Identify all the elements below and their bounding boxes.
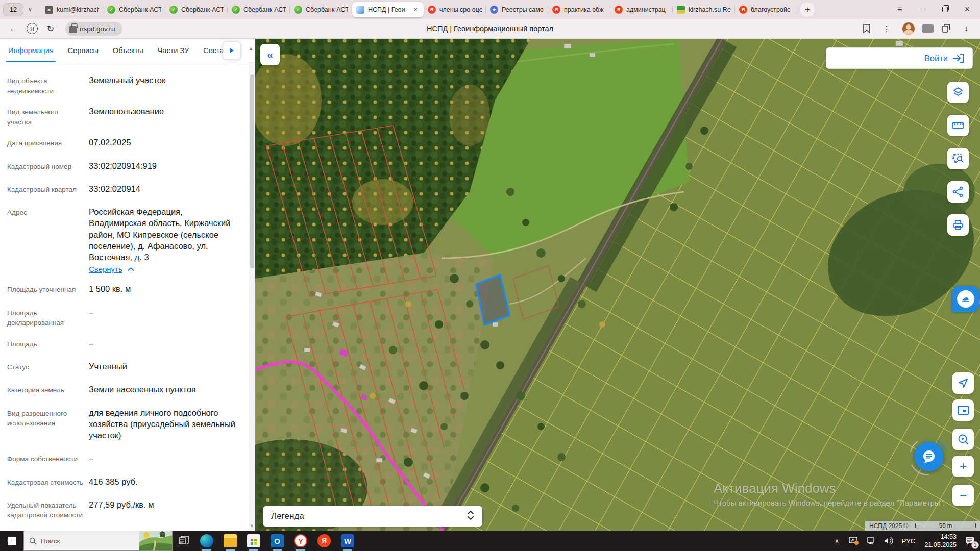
browser-tab[interactable]: администрац (610, 2, 673, 17)
scroll-down-arrow-icon[interactable] (250, 523, 254, 529)
page-title: НСПД | Геоинформационный портал (0, 24, 980, 33)
tray-chevron-up-icon[interactable] (829, 531, 844, 551)
browser-tab[interactable]: благоустройс (735, 2, 797, 17)
address-bar[interactable]: nspd.gov.ru (65, 22, 122, 36)
cast-status-icon[interactable] (846, 531, 862, 551)
window-controls (890, 3, 977, 17)
taskbar-app-button[interactable] (289, 531, 312, 551)
language-indicator[interactable]: РУС (898, 537, 918, 545)
reload-button[interactable] (42, 21, 59, 36)
tab-title: kirzhach.su Re (689, 6, 731, 13)
browser-tab[interactable]: Реестры само (486, 2, 548, 17)
url-text[interactable]: nspd.gov.ru (80, 25, 115, 33)
taskbar-app-button[interactable] (218, 531, 242, 551)
start-button[interactable] (0, 531, 23, 551)
task-view-button[interactable] (173, 531, 195, 551)
panel-tab[interactable]: Объекты (106, 39, 151, 62)
taskbar-app-button[interactable] (195, 531, 218, 551)
browser-tab[interactable]: Сбербанк-АСТ (290, 2, 352, 17)
panel-tab[interactable]: Информация (1, 39, 61, 62)
chevron-down-icon[interactable] (24, 3, 36, 16)
clock[interactable]: 14:53 21.05.2025 (920, 533, 961, 549)
panel-tab[interactable]: Части ЗУ (151, 39, 197, 62)
attribute-row: Форма собственности – (7, 453, 240, 466)
browser-tab[interactable]: Сбербанк-АСТ (103, 2, 165, 17)
yandex-home-icon[interactable] (27, 23, 38, 34)
attribute-value: Учтенный (89, 361, 240, 372)
tab-close-icon[interactable] (411, 6, 420, 14)
browser-tab[interactable]: Сбербанк-АСТ (228, 2, 290, 17)
windows-logo-icon (8, 537, 16, 545)
panel-collapse-button[interactable] (260, 44, 280, 65)
profile-avatar[interactable] (902, 22, 915, 35)
taskbar-app-button[interactable] (265, 531, 289, 551)
volume-icon[interactable] (881, 531, 896, 551)
browser-tab[interactable]: НСПД | Геои (352, 2, 424, 17)
navigation-arrow-icon (958, 378, 969, 389)
expand-collapse-icon[interactable] (467, 510, 474, 523)
minimize-button[interactable] (913, 3, 932, 17)
more-menu-icon[interactable] (878, 21, 895, 36)
collections-icon[interactable] (941, 24, 950, 33)
login-bar[interactable]: Войти (826, 47, 973, 69)
attribute-row: Удельный показатель кадастровой стоимост… (7, 499, 240, 520)
attribute-label: Площадь декларированная (7, 307, 89, 328)
search-by-area-icon (951, 152, 965, 165)
chat-assistant-button[interactable] (914, 442, 944, 471)
zoom-in-button[interactable]: + (952, 456, 974, 477)
attribute-value: Землепользование (89, 106, 240, 117)
close-button[interactable] (958, 3, 977, 17)
map-viewport[interactable]: Войти + − (255, 39, 980, 531)
bookmark-icon[interactable] (863, 24, 871, 33)
login-arrow-icon (953, 54, 964, 63)
restore-button[interactable] (935, 3, 954, 17)
area-search-button[interactable] (947, 148, 969, 169)
downloads-icon[interactable] (958, 21, 975, 36)
nspd-logo-button[interactable] (952, 286, 979, 312)
browser-tab[interactable]: Сбербанк-АСТ (165, 2, 228, 17)
print-button[interactable] (947, 214, 969, 236)
browser-tab[interactable]: члены сро оце (424, 2, 486, 17)
attribute-value: Земельный участок (89, 74, 240, 86)
legend-bar[interactable]: Легенда (263, 506, 482, 527)
taskbar-search-box[interactable]: Поиск (23, 531, 173, 551)
chevron-up-icon[interactable] (128, 267, 134, 271)
search-highlight-image[interactable] (139, 531, 172, 550)
scrollbar-thumb[interactable] (250, 74, 254, 268)
tabs-scroll-right-button[interactable] (223, 41, 241, 60)
app-icon (247, 534, 260, 547)
new-tab-button[interactable] (800, 3, 815, 17)
browser-tab[interactable]: kumi@kirzhach (41, 2, 103, 17)
attribute-label: Вид объекта недвижимости (7, 74, 89, 96)
measure-button[interactable] (947, 115, 969, 136)
zoom-out-button[interactable]: − (952, 485, 974, 506)
network-icon[interactable] (864, 531, 879, 551)
tab-count[interactable]: 12 (3, 3, 23, 16)
browser-menu-icon[interactable] (890, 3, 910, 17)
back-button[interactable] (5, 21, 22, 36)
tab-counter[interactable]: 12 (3, 3, 36, 16)
taskbar-app-button[interactable] (312, 531, 336, 551)
attribute-label: Удельный показатель кадастровой стоимост… (7, 499, 89, 520)
taskbar-app-button[interactable] (242, 531, 265, 551)
tab-favicon (107, 6, 115, 14)
panel-scrollbar[interactable] (249, 62, 255, 531)
browser-tab[interactable]: практика обж (548, 2, 610, 17)
scroll-up-arrow-icon[interactable] (249, 46, 253, 51)
tab-title: Сбербанк-АСТ (306, 6, 348, 13)
panel-tab-label: Информация (8, 46, 54, 55)
extension-icon[interactable] (922, 24, 934, 33)
notification-center-button[interactable]: 1 (963, 531, 978, 551)
overview-map-button[interactable] (952, 399, 974, 421)
panel-tab[interactable]: Сервисы (61, 39, 106, 62)
my-location-button[interactable] (952, 372, 974, 394)
layers-button[interactable] (947, 82, 969, 103)
share-button[interactable] (947, 181, 969, 203)
object-search-button[interactable] (952, 429, 974, 450)
login-button[interactable]: Войти (924, 54, 948, 63)
browser-tab[interactable]: kirzhach.su Re (673, 2, 735, 17)
taskbar-app-button[interactable] (336, 531, 359, 551)
attribute-label: Вид разрешенного использования (7, 407, 89, 443)
collapse-address-link[interactable]: Свернуть (89, 265, 122, 273)
tab-favicon (677, 6, 685, 14)
